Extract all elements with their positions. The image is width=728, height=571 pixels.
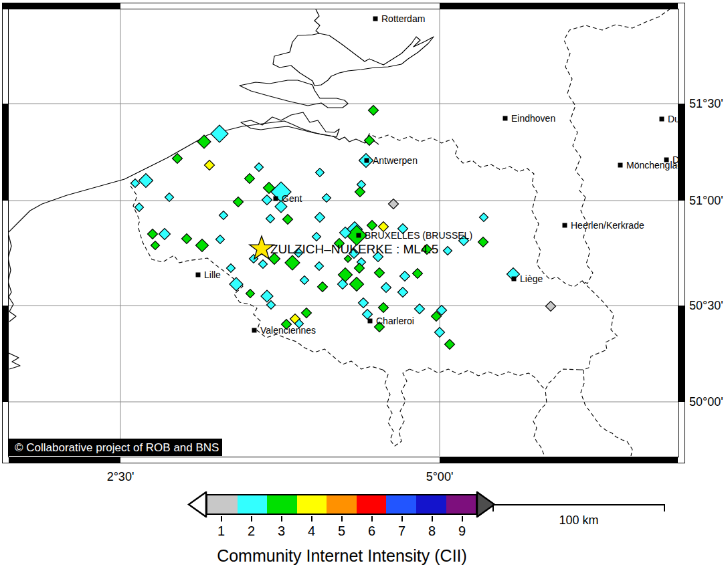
- intensity-diamond[interactable]: [151, 241, 160, 250]
- intensity-diamond[interactable]: [262, 195, 272, 205]
- longitude-tick-label: 2°30': [80, 470, 161, 484]
- frame-border-black-segment: [3, 306, 9, 402]
- intensity-diamond[interactable]: [367, 221, 377, 231]
- intensity-diamond[interactable]: [323, 194, 331, 203]
- coastline: [9, 353, 20, 369]
- city-label: Rotterdam: [381, 13, 425, 24]
- frame-border-black-segment: [3, 3, 120, 9]
- intensity-diamond[interactable]: [139, 174, 153, 188]
- intensity-diamond[interactable]: [444, 247, 452, 255]
- scale-bar-label: 100 km: [512, 513, 646, 528]
- intensity-diamond[interactable]: [546, 302, 556, 312]
- intensity-diamond[interactable]: [234, 197, 244, 207]
- city-square-icon: [252, 328, 257, 333]
- intensity-diamond[interactable]: [318, 282, 328, 292]
- intensity-diamond[interactable]: [379, 303, 389, 313]
- intensity-diamond[interactable]: [302, 308, 312, 318]
- coastline: [273, 33, 434, 86]
- intensity-diamond[interactable]: [211, 125, 228, 142]
- city-label: Eindhoven: [511, 113, 555, 124]
- intensity-diamond[interactable]: [197, 135, 211, 148]
- intensity-diamond[interactable]: [369, 106, 379, 116]
- intensity-diamond[interactable]: [182, 234, 192, 244]
- colorbar-number: 1: [208, 524, 235, 539]
- intensity-diamond[interactable]: [267, 301, 276, 310]
- colorbar-number: 3: [268, 524, 295, 539]
- intensity-diamond[interactable]: [205, 160, 215, 170]
- colorbar-number: 5: [329, 524, 355, 539]
- intensity-diamond[interactable]: [227, 264, 236, 273]
- intensity-map-page: RotterdamEindhovenDuisburgAntwerpenDüsse…: [0, 0, 728, 571]
- country-border-dashed: [533, 369, 580, 455]
- intensity-diamond[interactable]: [312, 233, 321, 241]
- intensity-diamond[interactable]: [400, 271, 410, 281]
- intensity-diamond[interactable]: [246, 290, 255, 298]
- intensity-diamond[interactable]: [355, 187, 365, 197]
- colorbar-color-segment: [327, 495, 357, 513]
- intensity-diamond[interactable]: [478, 237, 488, 247]
- colorbar-tick: [311, 516, 312, 522]
- intensity-diamond[interactable]: [413, 269, 423, 279]
- latitude-tick-label: 50°00': [689, 394, 728, 409]
- intensity-diamond[interactable]: [283, 215, 293, 225]
- colorbar-color-segment: [446, 495, 476, 513]
- intensity-diamond[interactable]: [480, 213, 488, 222]
- map-area[interactable]: RotterdamEindhovenDuisburgAntwerpenDüsse…: [9, 9, 678, 456]
- colorbar-tick: [341, 516, 343, 522]
- intensity-diamond[interactable]: [255, 163, 264, 172]
- frame-border-black-segment: [678, 306, 685, 402]
- intensity-diamond[interactable]: [259, 260, 268, 269]
- intensity-diamond[interactable]: [435, 328, 445, 338]
- city-label: Heerlen/Kerkrade: [571, 220, 644, 231]
- city-square-icon: [563, 223, 567, 228]
- intensity-diamond[interactable]: [266, 215, 275, 223]
- intensity-diamond[interactable]: [339, 268, 353, 282]
- intensity-diamond[interactable]: [363, 310, 373, 320]
- intensity-diamond[interactable]: [135, 203, 144, 212]
- intensity-diamond[interactable]: [375, 268, 385, 278]
- intensity-diamond[interactable]: [316, 168, 325, 177]
- intensity-diamond[interactable]: [216, 235, 225, 244]
- country-border-dashed: [581, 197, 593, 283]
- country-border-dashed: [581, 370, 632, 456]
- city-label: Gent: [282, 193, 302, 204]
- intensity-diamond[interactable]: [398, 288, 408, 298]
- intensity-diamond[interactable]: [315, 213, 325, 223]
- intensity-diamond[interactable]: [350, 277, 364, 292]
- intensity-diamond[interactable]: [445, 340, 455, 350]
- colorbar-tick: [251, 516, 252, 522]
- intensity-diamond[interactable]: [148, 229, 158, 239]
- intensity-diamond[interactable]: [315, 262, 324, 271]
- colorbar-tick: [221, 516, 222, 522]
- intensity-diamond[interactable]: [219, 211, 228, 220]
- colorbar-color-segment: [297, 495, 327, 513]
- intensity-diamond[interactable]: [300, 276, 309, 285]
- intensity-diamond[interactable]: [359, 298, 369, 308]
- city-label: Mönchengladbach: [626, 160, 678, 170]
- city-square-icon: [512, 277, 517, 281]
- intensity-diamond[interactable]: [365, 136, 375, 146]
- intensity-diamond[interactable]: [196, 239, 209, 252]
- colorbar-tick: [371, 516, 373, 522]
- colorbar-tick: [281, 516, 282, 522]
- intensity-diamond[interactable]: [357, 181, 366, 189]
- colorbar-number: 6: [359, 524, 385, 539]
- city-label: Duisburg: [668, 114, 678, 124]
- colorbar-number: 7: [389, 524, 416, 539]
- map-canvas[interactable]: RotterdamEindhovenDuisburgAntwerpenDüsse…: [9, 9, 678, 456]
- intensity-diamond[interactable]: [345, 255, 352, 263]
- city-square-icon: [373, 17, 378, 21]
- city-markers: RotterdamEindhovenDuisburgAntwerpenDüsse…: [196, 13, 678, 336]
- scale-bar-right-cap: [664, 504, 665, 511]
- intensity-diamond[interactable]: [159, 229, 171, 240]
- copyright-banner: © Collaborative project of ROB and BNS: [9, 439, 222, 456]
- intensity-diamond[interactable]: [285, 255, 300, 270]
- intensity-diamond[interactable]: [230, 277, 243, 291]
- intensity-diamond[interactable]: [245, 174, 255, 184]
- epicenter-label: ZULZICH–NUKERKE : ML4.5: [270, 242, 438, 256]
- intensity-diamond[interactable]: [131, 179, 140, 188]
- intensity-diamond[interactable]: [173, 154, 183, 164]
- colorbar-segments: [206, 494, 477, 515]
- intensity-diamond[interactable]: [381, 283, 391, 293]
- city-label: Lille: [204, 269, 221, 280]
